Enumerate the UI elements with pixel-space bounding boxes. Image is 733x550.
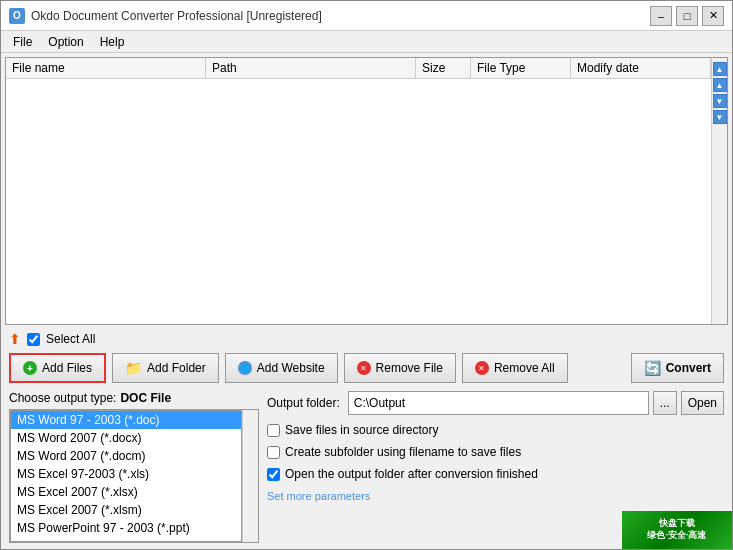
- col-size: Size: [416, 58, 471, 78]
- output-folder-row: Output folder: ... Open: [267, 391, 724, 415]
- list-item-6[interactable]: MS PowerPoint 97 - 2003 (*.ppt): [11, 519, 241, 537]
- title-bar: O Okdo Document Converter Professional […: [1, 1, 732, 31]
- col-path: Path: [206, 58, 416, 78]
- toolbar-area: ⬆ Select All + Add Files 📁 Add Folder 🌐 …: [5, 325, 728, 387]
- browse-button[interactable]: ...: [653, 391, 677, 415]
- output-folder-label: Output folder:: [267, 396, 340, 410]
- remove-all-icon: ✕: [475, 361, 489, 375]
- output-type-label: Choose output type:: [9, 391, 116, 405]
- col-filename: File name: [6, 58, 206, 78]
- add-folder-icon: 📁: [125, 360, 142, 376]
- checkbox-row-3: Open the output folder after conversion …: [267, 467, 724, 481]
- list-item-5[interactable]: MS Excel 2007 (*.xlsm): [11, 501, 241, 519]
- output-type-list[interactable]: MS Word 97 - 2003 (*.doc) MS Word 2007 (…: [10, 410, 242, 542]
- output-type-panel: Choose output type: DOC File MS Word 97 …: [9, 391, 259, 543]
- list-item-3[interactable]: MS Excel 97-2003 (*.xls): [11, 465, 241, 483]
- table-body: [6, 79, 711, 323]
- app-title: Okdo Document Converter Professional [Un…: [31, 9, 322, 23]
- col-modifydate: Modify date: [571, 58, 711, 78]
- minimize-button[interactable]: –: [650, 6, 672, 26]
- list-item-0[interactable]: MS Word 97 - 2003 (*.doc): [11, 411, 241, 429]
- open-button[interactable]: Open: [681, 391, 724, 415]
- add-folder-button[interactable]: 📁 Add Folder: [112, 353, 219, 383]
- table-scrollbar: ▲ ▲ ▼ ▼: [711, 58, 727, 324]
- scroll-down-bottom[interactable]: ▼: [713, 110, 727, 124]
- buttons-row: + Add Files 📁 Add Folder 🌐 Add Website ✕…: [9, 353, 724, 383]
- remove-file-button[interactable]: ✕ Remove File: [344, 353, 456, 383]
- remove-all-button[interactable]: ✕ Remove All: [462, 353, 568, 383]
- select-all-checkbox[interactable]: [27, 333, 40, 346]
- scroll-down[interactable]: ▼: [713, 94, 727, 108]
- checkbox-row-2: Create subfolder using filename to save …: [267, 445, 724, 459]
- maximize-button[interactable]: □: [676, 6, 698, 26]
- list-item-2[interactable]: MS Word 2007 (*.docm): [11, 447, 241, 465]
- open-after-checkbox[interactable]: [267, 468, 280, 481]
- scroll-up-top[interactable]: ▲: [713, 62, 727, 76]
- menu-option[interactable]: Option: [40, 33, 91, 50]
- col-filetype: File Type: [471, 58, 571, 78]
- bottom-area: Choose output type: DOC File MS Word 97 …: [5, 387, 728, 547]
- list-item-4[interactable]: MS Excel 2007 (*.xlsx): [11, 483, 241, 501]
- main-window: File name Path Size File Type Modify dat…: [1, 53, 732, 550]
- save-source-label: Save files in source directory: [285, 423, 438, 437]
- create-subfolder-label: Create subfolder using filename to save …: [285, 445, 521, 459]
- set-more-link[interactable]: Set more parameters: [267, 489, 724, 503]
- select-all-label: Select All: [46, 332, 95, 346]
- output-folder-input[interactable]: [348, 391, 649, 415]
- window-controls: – □ ✕: [650, 6, 724, 26]
- watermark: 快盘下载绿色·安全·高速: [622, 511, 732, 549]
- save-source-checkbox[interactable]: [267, 424, 280, 437]
- list-item-1[interactable]: MS Word 2007 (*.docx): [11, 429, 241, 447]
- output-type-header: Choose output type: DOC File: [9, 391, 259, 405]
- file-table: File name Path Size File Type Modify dat…: [6, 58, 711, 324]
- convert-icon: 🔄: [644, 360, 661, 376]
- add-files-icon: +: [23, 361, 37, 375]
- app-icon: O: [9, 8, 25, 24]
- create-subfolder-checkbox[interactable]: [267, 446, 280, 459]
- add-website-button[interactable]: 🌐 Add Website: [225, 353, 338, 383]
- add-files-button[interactable]: + Add Files: [9, 353, 106, 383]
- select-all-icon: ⬆: [9, 331, 21, 347]
- table-header: File name Path Size File Type Modify dat…: [6, 58, 711, 79]
- remove-file-icon: ✕: [357, 361, 371, 375]
- list-scrollbar[interactable]: [242, 410, 258, 542]
- close-button[interactable]: ✕: [702, 6, 724, 26]
- scroll-up[interactable]: ▲: [713, 78, 727, 92]
- menu-help[interactable]: Help: [92, 33, 133, 50]
- output-type-value: DOC File: [120, 391, 171, 405]
- open-after-label: Open the output folder after conversion …: [285, 467, 538, 481]
- watermark-text: 快盘下载绿色·安全·高速: [647, 518, 706, 541]
- select-all-row: ⬆ Select All: [9, 331, 724, 349]
- add-website-icon: 🌐: [238, 361, 252, 375]
- menu-bar: File Option Help: [1, 31, 732, 53]
- menu-file[interactable]: File: [5, 33, 40, 50]
- file-table-container: File name Path Size File Type Modify dat…: [5, 57, 728, 325]
- convert-button[interactable]: 🔄 Convert: [631, 353, 724, 383]
- checkbox-row-1: Save files in source directory: [267, 423, 724, 437]
